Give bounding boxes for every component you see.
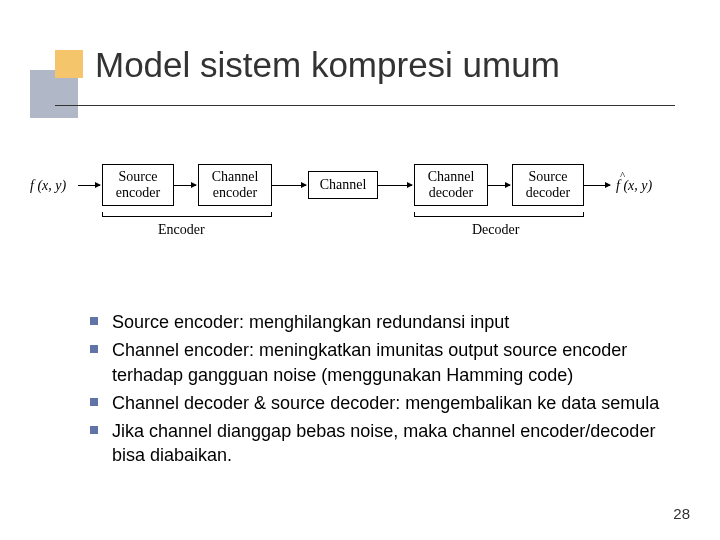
block-diagram: f (x, y) Source encoder Channel encoder … [30,150,690,270]
arrow [78,185,100,186]
decoder-brace [414,216,584,217]
arrow [488,185,510,186]
bullet-item: Channel encoder: meningkatkan imunitas o… [90,338,660,387]
decoration-square-small [55,50,83,78]
block-source-decoder: Source decoder [512,164,584,206]
block-line: Channel [428,169,475,185]
block-line: Source [529,169,568,185]
encoder-brace [102,216,272,217]
title-rule [55,105,675,106]
block-line: Channel [320,177,367,193]
block-line: decoder [526,185,570,201]
bullet-item: Channel decoder & source decoder: mengem… [90,391,660,415]
arrow [584,185,610,186]
encoder-group-label: Encoder [158,222,205,238]
input-signal: f (x, y) [30,178,66,194]
decoder-group-label: Decoder [472,222,519,238]
block-source-encoder: Source encoder [102,164,174,206]
page-title: Model sistem kompresi umum [95,45,560,85]
arrow [378,185,412,186]
page-number: 28 [673,505,690,522]
block-line: encoder [213,185,257,201]
bullet-list: Source encoder: menghilangkan redundansi… [90,310,660,472]
block-line: decoder [429,185,473,201]
arrow [272,185,306,186]
title-decoration [30,50,100,120]
block-line: encoder [116,185,160,201]
block-line: Channel [212,169,259,185]
arrow [174,185,196,186]
output-signal: f (x, y) [616,178,652,194]
bullet-item: Jika channel dianggap bebas noise, maka … [90,419,660,468]
block-line: Source [119,169,158,185]
bullet-item: Source encoder: menghilangkan redundansi… [90,310,660,334]
block-channel-decoder: Channel decoder [414,164,488,206]
block-channel-encoder: Channel encoder [198,164,272,206]
block-channel: Channel [308,171,378,199]
